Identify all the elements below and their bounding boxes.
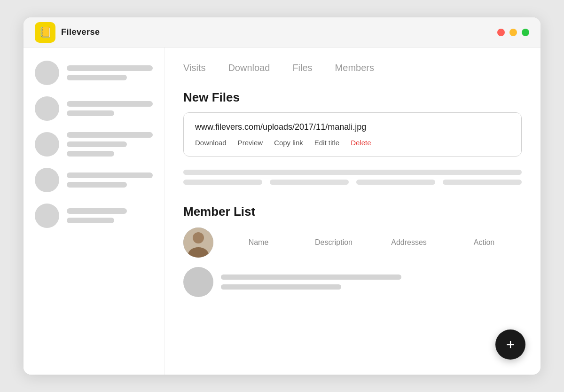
sidebar-line bbox=[67, 132, 153, 138]
skeleton-line bbox=[183, 180, 262, 185]
member-avatar-photo bbox=[183, 227, 213, 258]
sidebar-line bbox=[67, 218, 114, 223]
member-row-lines bbox=[221, 274, 522, 290]
tabs-bar: Visits Download Files Members bbox=[183, 63, 522, 75]
close-window-button[interactable] bbox=[497, 29, 505, 36]
skeleton-line bbox=[221, 284, 341, 290]
file-card: www.filevers.com/uploads/2017/11/manali.… bbox=[183, 112, 522, 157]
member-list-title: Member List bbox=[183, 204, 522, 219]
app-name: Fileverse bbox=[61, 27, 100, 37]
sidebar-line bbox=[67, 172, 153, 178]
titlebar: 📒 Fileverse bbox=[24, 17, 540, 47]
skeleton-line bbox=[356, 180, 435, 185]
tab-download[interactable]: Download bbox=[228, 63, 270, 75]
member-column-headers: Name Description Addresses Action bbox=[221, 238, 522, 247]
sidebar-line bbox=[67, 151, 114, 157]
skeleton-line bbox=[443, 180, 522, 185]
copy-link-button[interactable]: Copy link bbox=[274, 139, 303, 147]
sidebar-item bbox=[35, 168, 153, 192]
sidebar-avatar-5 bbox=[35, 204, 59, 228]
skeleton-line bbox=[183, 170, 522, 175]
sidebar-avatar-4 bbox=[35, 168, 59, 192]
preview-button[interactable]: Preview bbox=[238, 139, 263, 147]
new-files-title: New Files bbox=[183, 90, 522, 105]
svg-point-1 bbox=[193, 232, 204, 243]
tab-files[interactable]: Files bbox=[292, 63, 312, 75]
skeleton-line bbox=[221, 274, 401, 280]
minimize-window-button[interactable] bbox=[509, 29, 517, 36]
member-row-skeleton bbox=[183, 267, 522, 297]
col-description: Description bbox=[296, 238, 371, 247]
main-layout: Visits Download Files Members New Files … bbox=[24, 47, 540, 375]
skeleton-row bbox=[183, 180, 522, 189]
download-button[interactable]: Download bbox=[195, 139, 227, 147]
app-logo-icon: 📒 bbox=[35, 22, 55, 43]
sidebar-item bbox=[35, 96, 153, 121]
member-avatar-gray bbox=[183, 267, 213, 297]
sidebar-avatar-3 bbox=[35, 132, 59, 157]
delete-button[interactable]: Delete bbox=[351, 139, 371, 147]
skeleton-placeholder bbox=[183, 170, 522, 189]
titlebar-left: 📒 Fileverse bbox=[35, 22, 100, 43]
col-action: Action bbox=[446, 238, 522, 247]
edit-title-button[interactable]: Edit title bbox=[314, 139, 339, 147]
sidebar-line bbox=[67, 75, 127, 80]
tab-visits[interactable]: Visits bbox=[183, 63, 205, 75]
content-area: Visits Download Files Members New Files … bbox=[164, 47, 540, 375]
sidebar-lines-4 bbox=[67, 172, 153, 188]
sidebar-line bbox=[67, 101, 153, 107]
sidebar-lines-1 bbox=[67, 65, 153, 80]
file-actions: Download Preview Copy link Edit title De… bbox=[195, 139, 510, 147]
sidebar-lines-3 bbox=[67, 132, 153, 157]
sidebar-item bbox=[35, 132, 153, 157]
skeleton-line bbox=[270, 180, 349, 185]
fab-add-button[interactable]: + bbox=[495, 329, 525, 360]
file-url: www.filevers.com/uploads/2017/11/manali.… bbox=[195, 122, 510, 132]
sidebar-line bbox=[67, 110, 114, 116]
sidebar-line bbox=[67, 208, 127, 214]
col-name: Name bbox=[221, 238, 296, 247]
sidebar-item bbox=[35, 61, 153, 85]
new-files-section: New Files www.filevers.com/uploads/2017/… bbox=[183, 90, 522, 157]
sidebar-lines-5 bbox=[67, 208, 153, 223]
sidebar-item bbox=[35, 204, 153, 228]
window-controls bbox=[497, 29, 529, 36]
sidebar-line bbox=[67, 65, 153, 71]
col-addresses: Addresses bbox=[371, 238, 446, 247]
maximize-window-button[interactable] bbox=[522, 29, 529, 36]
member-list-section: Member List Name Description Addresses bbox=[183, 204, 522, 297]
sidebar-line bbox=[67, 182, 127, 188]
member-list-header: Name Description Addresses Action bbox=[183, 227, 522, 258]
app-window: 📒 Fileverse bbox=[24, 17, 540, 375]
sidebar-avatar-2 bbox=[35, 96, 59, 121]
tab-members[interactable]: Members bbox=[335, 63, 374, 75]
logo-emoji: 📒 bbox=[39, 26, 52, 39]
sidebar-line bbox=[67, 141, 127, 147]
sidebar bbox=[24, 47, 164, 375]
sidebar-avatar-1 bbox=[35, 61, 59, 85]
sidebar-lines-2 bbox=[67, 101, 153, 116]
